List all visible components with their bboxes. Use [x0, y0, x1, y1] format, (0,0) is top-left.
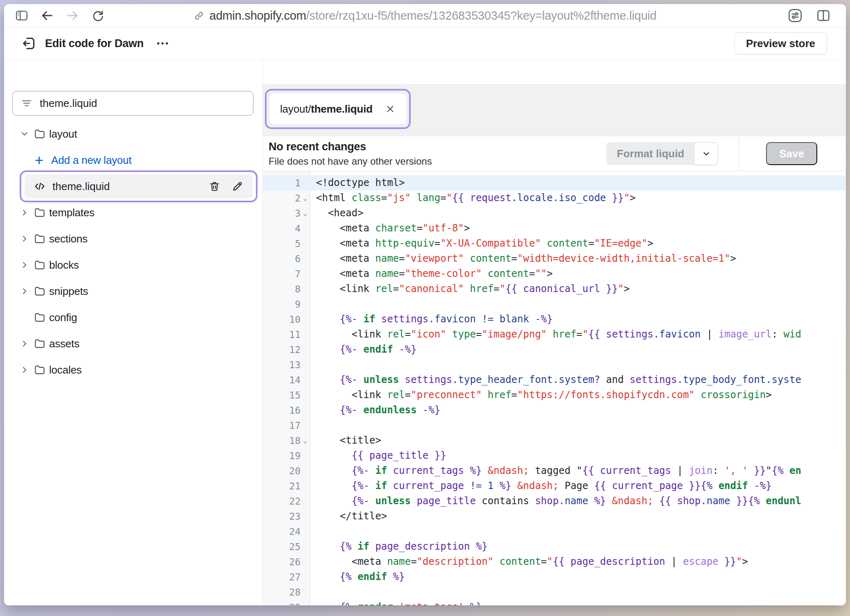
code-line-text[interactable]: {%- if settings.favicon != blank -%} [310, 312, 846, 327]
code-line[interactable]: 25 {% if page_description %} [263, 539, 846, 554]
code-line-text[interactable]: {{ page_title }} [310, 448, 846, 463]
code-line[interactable]: 2⌄<html class="js" lang="{{ request.loca… [263, 190, 846, 206]
code-line[interactable]: 3⌄ <head> [263, 206, 846, 221]
code-line-text[interactable]: {%- if current_page != 1 %} &ndash; Page… [310, 478, 846, 494]
code-line[interactable]: 28 [263, 584, 846, 600]
code-line-text[interactable]: <!doctype html> [310, 175, 846, 190]
sidebar-item-sections[interactable]: sections [4, 226, 262, 252]
code-line-text[interactable]: {%- endif -%} [310, 342, 846, 357]
code-line-text[interactable]: <link rel="icon" type="image/png" href="… [310, 327, 846, 342]
sidebar-item-theme-liquid[interactable]: theme.liquid [25, 174, 253, 198]
code-line[interactable]: 11 <link rel="icon" type="image/png" hre… [263, 327, 846, 342]
code-line-text[interactable]: </title> [310, 509, 846, 524]
code-line[interactable]: 12 {%- endif -%} [263, 342, 846, 357]
code-line[interactable]: 26 <meta name="description" content="{{ … [263, 554, 846, 569]
chevron-right-icon[interactable] [20, 208, 34, 217]
close-tab-icon[interactable] [385, 104, 396, 114]
chevron-right-icon[interactable] [20, 286, 34, 296]
format-options-dropdown[interactable] [695, 142, 718, 165]
save-button[interactable]: Save [766, 142, 817, 165]
code-line[interactable]: 22 {%- unless page_title contains shop.n… [263, 494, 846, 509]
add-new-layout-button[interactable]: Add a new layout [4, 147, 262, 173]
sidebar-item-assets[interactable]: assets [4, 331, 262, 357]
exit-editor-icon[interactable] [20, 35, 37, 52]
delete-file-icon[interactable] [208, 180, 221, 192]
code-line[interactable]: 9 [263, 297, 846, 312]
code-line-text[interactable]: <meta name="description" content="{{ pag… [310, 554, 846, 569]
code-line-text[interactable]: {%- unless settings.type_header_font.sys… [310, 372, 846, 387]
code-line-text[interactable]: <meta name="viewport" content="width=dev… [310, 251, 846, 266]
code-line[interactable]: 1<!doctype html> [263, 175, 846, 190]
chevron-right-icon[interactable] [20, 339, 34, 349]
code-line[interactable]: 6 <meta name="viewport" content="width=d… [263, 251, 846, 266]
code-line-text[interactable] [310, 357, 846, 372]
code-line-text[interactable]: {%- unless page_title contains shop.name… [310, 494, 846, 509]
code-line-text[interactable]: <meta http-equiv="X-UA-Compatible" conte… [310, 236, 846, 251]
back-button-icon[interactable] [40, 9, 54, 23]
page-settings-icon[interactable] [787, 7, 803, 24]
code-line-text[interactable] [310, 297, 846, 312]
filter-icon [20, 97, 33, 110]
selected-file-label: theme.liquid [52, 180, 110, 193]
code-line-text[interactable]: {% render 'meta-tags' %} [310, 600, 846, 605]
tab-layout-theme-liquid[interactable]: layout/theme.liquid [269, 93, 406, 125]
plus-icon [34, 155, 45, 166]
code-line[interactable]: 13 [263, 357, 846, 372]
code-line[interactable]: 20 {%- if current_tags %} &ndash; tagged… [263, 463, 846, 478]
chevron-right-icon[interactable] [20, 234, 34, 244]
sidebar-toggle-icon[interactable] [15, 9, 29, 23]
code-line[interactable]: 10 {%- if settings.favicon != blank -%} [263, 312, 846, 327]
code-line-text[interactable]: <link rel="canonical" href="{{ canonical… [310, 281, 846, 297]
code-line-text[interactable]: {% if page_description %} [310, 539, 846, 554]
code-line[interactable]: 24 [263, 524, 846, 539]
address-bar[interactable]: admin.shopify.com/store/rzq1xu-f5/themes… [194, 4, 657, 27]
fold-toggle-icon[interactable]: ⌄ [301, 433, 310, 448]
code-line-text[interactable]: {%- endunless -%} [310, 403, 846, 418]
code-line-text[interactable] [310, 524, 846, 539]
code-line[interactable]: 17 [263, 418, 846, 433]
code-line-text[interactable] [310, 418, 846, 433]
sidebar-item-templates[interactable]: templates [4, 199, 262, 226]
code-line-text[interactable] [310, 584, 846, 600]
sidebar-item-locales[interactable]: locales [4, 357, 262, 383]
code-line[interactable]: 23 </title> [263, 509, 846, 524]
rename-file-icon[interactable] [231, 180, 244, 192]
code-line-text[interactable]: {% endif %} [310, 569, 846, 584]
sidebar-item-blocks[interactable]: blocks [4, 252, 262, 278]
code-line[interactable]: 16 {%- endunless -%} [263, 403, 846, 418]
file-search-input[interactable]: theme.liquid [12, 91, 253, 116]
code-line-text[interactable]: {%- if current_tags %} &ndash; tagged "{… [310, 463, 846, 478]
code-line-text[interactable]: <html class="js" lang="{{ request.locale… [310, 190, 846, 206]
format-liquid-button[interactable]: Format liquid [606, 142, 695, 165]
code-line[interactable]: 19 {{ page_title }} [263, 448, 846, 463]
code-line[interactable]: 14 {%- unless settings.type_header_font.… [263, 372, 846, 387]
code-line[interactable]: 8 <link rel="canonical" href="{{ canonic… [263, 281, 846, 297]
code-line[interactable]: 29 {% render 'meta-tags' %} [263, 600, 846, 605]
code-line-text[interactable]: <link rel="preconnect" href="https://fon… [310, 387, 846, 403]
sidebar-item-config[interactable]: config [4, 304, 262, 331]
chevron-down-icon[interactable] [20, 129, 34, 139]
fold-toggle-icon[interactable]: ⌄ [301, 190, 310, 206]
code-editor[interactable]: 1<!doctype html>2⌄<html class="js" lang=… [263, 171, 846, 605]
code-line[interactable]: 4 <meta charset="utf-8"> [263, 221, 846, 236]
code-line-text[interactable]: <meta charset="utf-8"> [310, 221, 846, 236]
code-line[interactable]: 18⌄ <title> [263, 433, 846, 448]
chevron-right-icon[interactable] [20, 260, 34, 270]
fold-toggle-icon[interactable]: ⌄ [301, 206, 310, 221]
code-line-text[interactable]: <meta name="theme-color" content=""> [310, 266, 846, 281]
sidebar-item-theme-liquid-row: theme.liquid [4, 173, 262, 199]
code-line[interactable]: 27 {% endif %} [263, 569, 846, 584]
code-line-text[interactable]: <title> [310, 433, 846, 448]
code-line-text[interactable]: <head> [310, 206, 846, 221]
sidebar-item-layout[interactable]: layout [4, 121, 262, 147]
chevron-right-icon[interactable] [20, 365, 34, 375]
split-view-icon[interactable] [816, 8, 831, 23]
code-line[interactable]: 21 {%- if current_page != 1 %} &ndash; P… [263, 478, 846, 494]
code-line[interactable]: 7 <meta name="theme-color" content=""> [263, 266, 846, 281]
code-line[interactable]: 15 <link rel="preconnect" href="https://… [263, 387, 846, 403]
sidebar-item-snippets[interactable]: snippets [4, 278, 262, 304]
code-line[interactable]: 5 <meta http-equiv="X-UA-Compatible" con… [263, 236, 846, 251]
more-actions-icon[interactable] [155, 36, 170, 51]
reload-icon[interactable] [91, 9, 105, 23]
preview-store-button[interactable]: Preview store [734, 32, 827, 54]
